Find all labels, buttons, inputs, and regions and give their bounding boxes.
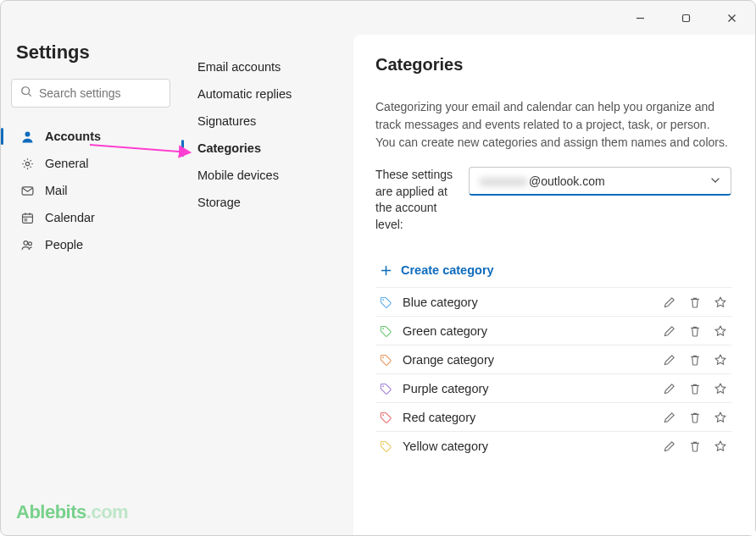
subnav-email-accounts[interactable]: Email accounts: [181, 53, 353, 80]
favorite-button[interactable]: [713, 295, 728, 310]
edit-button[interactable]: [662, 381, 677, 396]
tag-icon: [379, 439, 392, 453]
search-icon: [20, 86, 32, 101]
edit-button[interactable]: [662, 295, 677, 310]
edit-button[interactable]: [662, 410, 677, 425]
delete-button[interactable]: [687, 323, 703, 339]
sidebar-item-calendar[interactable]: Calendar: [11, 204, 170, 231]
favorite-button[interactable]: [713, 323, 728, 339]
edit-button[interactable]: [662, 439, 677, 454]
favorite-button[interactable]: [713, 410, 728, 425]
sidebar-item-label: Mail: [45, 184, 68, 197]
category-name: Blue category: [403, 296, 652, 309]
svg-point-22: [382, 414, 384, 416]
tag-icon: [379, 411, 392, 424]
svg-point-23: [382, 443, 384, 445]
sidebar-primary: Settings Accounts General: [1, 35, 181, 535]
mail-icon: [19, 183, 35, 198]
svg-point-18: [382, 299, 384, 301]
svg-point-14: [23, 240, 27, 245]
subnav-label: Signatures: [197, 114, 256, 128]
page-title: Settings: [11, 35, 170, 79]
edit-button[interactable]: [662, 352, 677, 367]
subnav-label: Categories: [197, 141, 261, 155]
sidebar-item-people[interactable]: People: [11, 231, 170, 258]
plus-icon: [379, 263, 392, 277]
account-select[interactable]: xxxxxxxx@outlook.com: [469, 167, 731, 196]
person-icon: [19, 129, 35, 144]
favorite-button[interactable]: [713, 381, 728, 396]
subnav-categories[interactable]: Categories: [181, 135, 353, 162]
subnav-automatic-replies[interactable]: Automatic replies: [181, 80, 353, 108]
favorite-button[interactable]: [713, 352, 728, 367]
svg-point-6: [25, 131, 30, 136]
tag-icon: [379, 296, 392, 309]
tag-icon: [379, 353, 392, 367]
category-row: Purple category: [375, 373, 731, 402]
subnav-label: Storage: [197, 196, 241, 209]
people-icon: [19, 237, 35, 252]
subnav-label: Automatic replies: [197, 87, 292, 101]
svg-point-20: [382, 356, 384, 358]
subnav-storage[interactable]: Storage: [181, 189, 353, 216]
sidebar-item-accounts[interactable]: Accounts: [11, 123, 170, 150]
close-button[interactable]: [713, 6, 750, 30]
maximize-button[interactable]: [667, 6, 704, 30]
category-row: Red category: [375, 402, 731, 431]
category-list: Blue category Green category Orange cate…: [375, 287, 731, 460]
titlebar: [1, 1, 755, 35]
minimize-button[interactable]: [621, 6, 659, 30]
chevron-down-icon: [710, 174, 720, 188]
svg-point-15: [28, 241, 31, 245]
calendar-icon: [19, 210, 35, 225]
account-select-value: xxxxxxxx@outlook.com: [480, 174, 605, 188]
delete-button[interactable]: [687, 352, 703, 367]
category-name: Purple category: [403, 382, 652, 395]
main-description: Categorizing your email and calendar can…: [375, 98, 731, 152]
category-row: Yellow category: [375, 431, 731, 460]
category-row: Orange category: [375, 345, 731, 373]
delete-button[interactable]: [687, 410, 703, 425]
delete-button[interactable]: [687, 381, 703, 396]
tag-icon: [379, 382, 392, 395]
svg-point-7: [25, 162, 29, 165]
svg-rect-8: [22, 186, 33, 194]
svg-rect-9: [22, 213, 32, 223]
create-category-button[interactable]: Create category: [375, 253, 731, 287]
search-settings[interactable]: [11, 79, 170, 108]
svg-line-5: [29, 94, 31, 97]
delete-button[interactable]: [687, 439, 703, 454]
sidebar-item-label: Accounts: [45, 130, 101, 143]
category-name: Orange category: [403, 353, 652, 367]
create-category-label: Create category: [401, 263, 494, 277]
subnav-mobile-devices[interactable]: Mobile devices: [181, 162, 353, 189]
svg-point-4: [22, 87, 30, 95]
main-panel: Categories Categorizing your email and c…: [353, 35, 755, 535]
sidebar-item-label: General: [45, 157, 89, 170]
watermark: Ablebits.com: [16, 501, 128, 523]
tag-icon: [379, 324, 392, 338]
svg-rect-1: [682, 14, 689, 21]
subnav-label: Mobile devices: [197, 169, 279, 182]
category-name: Red category: [403, 411, 652, 424]
svg-point-21: [382, 385, 384, 387]
account-level-label: These settings are applied at the accoun…: [375, 167, 457, 233]
sidebar-item-mail[interactable]: Mail: [11, 177, 170, 204]
main-title: Categories: [375, 55, 731, 75]
category-name: Yellow category: [403, 439, 652, 453]
edit-button[interactable]: [662, 323, 677, 339]
sidebar-item-label: People: [45, 238, 83, 251]
svg-point-19: [382, 328, 384, 329]
svg-rect-13: [25, 218, 27, 221]
favorite-button[interactable]: [713, 439, 728, 454]
sidebar-item-general[interactable]: General: [11, 150, 170, 177]
delete-button[interactable]: [687, 295, 703, 310]
category-row: Green category: [375, 316, 731, 345]
sidebar-item-label: Calendar: [45, 211, 95, 224]
category-row: Blue category: [375, 287, 731, 316]
subnav-label: Email accounts: [197, 60, 281, 74]
category-name: Green category: [403, 324, 652, 338]
sidebar-secondary: Email accounts Automatic replies Signatu…: [181, 35, 353, 535]
search-input[interactable]: [39, 86, 161, 100]
subnav-signatures[interactable]: Signatures: [181, 108, 353, 135]
